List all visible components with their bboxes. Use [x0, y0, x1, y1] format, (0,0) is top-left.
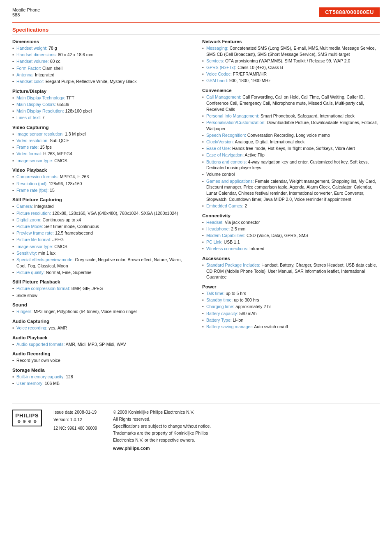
list-item: Frame rate (fps): 15	[12, 187, 190, 193]
item-value: Infrared	[249, 246, 264, 251]
item-value: CSD (Voice, Data), GPRS, SMS	[247, 233, 308, 238]
item-value: Integrated	[35, 72, 54, 77]
item-value: BMP, GIF, JPEG	[71, 286, 103, 291]
logo-text: PHILIPS	[15, 412, 39, 419]
section-list: Handset weight: 78 gHandset dimensions: …	[12, 45, 190, 85]
section-title: Still Picture Capturing	[12, 197, 190, 202]
section-video-playback: Video PlaybackCompression formats: MPEG4…	[12, 168, 190, 193]
website: www.philips.com	[113, 446, 380, 451]
list-item: Handset dimensions: 80 x 42 x 18.6 mm	[12, 52, 190, 58]
section-sound: SoundRingers: MP3 ringer, Polyphonic (64…	[12, 302, 190, 315]
section-list: Main Display Technology: TFTMain Display…	[12, 95, 190, 121]
item-label: Handset dimensions:	[16, 52, 58, 57]
item-label: Speech Recognition:	[206, 133, 247, 138]
copyright: © 2008 Koninklijke Philips Electronics N…	[113, 410, 380, 415]
trademark: Trademarks are the property of Koninklij…	[113, 431, 380, 435]
item-label: User memory:	[16, 381, 45, 386]
section-list: Compression formats: MPEG4, H.263Resolut…	[12, 174, 190, 193]
list-item: Charging time: approximately 2 hr	[202, 304, 380, 310]
list-item: Main Display Technology: TFT	[12, 95, 190, 101]
spec-notice: Specifications are subject to change wit…	[113, 424, 380, 428]
section-title: Network Features	[202, 39, 380, 44]
list-item: Speech Recognition: Conversation Recordi…	[202, 132, 380, 138]
item-value: 900, 1800, 1900 MHz	[229, 78, 270, 83]
item-value: Smart Phonebook, Safeguard, Internationa…	[261, 113, 355, 118]
item-label: Personal Info Management:	[206, 113, 261, 118]
item-label: Headphone:	[206, 226, 231, 231]
list-item: Voice Codec: FR/EFR/AMR/HR	[202, 71, 380, 77]
footer-dates: Issue date 2008-01-19 Version: 1.0.12 12…	[53, 410, 107, 453]
list-item: Clock/Version: Analogue, Digital, Intern…	[202, 139, 380, 145]
item-value: Volume control	[206, 172, 235, 177]
section-title: Video Capturing	[12, 125, 190, 130]
item-label: Standby time:	[206, 297, 234, 302]
item-label: Ease of Navigation:	[206, 152, 244, 157]
footer-legal: © 2008 Koninklijke Philips Electronics N…	[113, 410, 380, 453]
item-value: 128x160 pixel	[65, 108, 92, 113]
list-item: Main Display Resolution: 128x160 pixel	[12, 108, 190, 114]
list-item: Personalisation/Customization: Downloada…	[202, 120, 380, 131]
list-item: Audio supported formats: AMR, Midi, MP3,…	[12, 341, 190, 348]
list-item: Games and applications: Female calendar,…	[202, 178, 380, 203]
section-title: Audio Capturing	[12, 319, 190, 324]
item-value: Li-ion	[233, 318, 244, 322]
item-value: 580 mAh	[240, 311, 257, 316]
list-item: Call Management: Call Forwarding, Call o…	[202, 94, 380, 112]
item-value: 7	[42, 115, 44, 120]
list-item: Video resolution: Sub-QCIF	[12, 138, 190, 144]
section-title: Accessories	[202, 256, 380, 261]
logo-stars: ⊕ ⊕ ⊕ ⊕	[17, 419, 37, 424]
item-value: 128x96, 128x160	[49, 181, 82, 186]
item-label: Picture resolution:	[16, 211, 52, 216]
item-value: CMOS	[54, 244, 67, 249]
section-list: Standard Package Includes: Handset, Batt…	[202, 262, 380, 280]
left-column: DimensionsHandset weight: 78 gHandset di…	[12, 39, 190, 391]
item-label: Ease of Use:	[206, 146, 232, 151]
philips-logo: PHILIPS ⊕ ⊕ ⊕ ⊕	[12, 410, 42, 426]
specs-content: DimensionsHandset weight: 78 gHandset di…	[12, 39, 380, 391]
section-title: Sound	[12, 302, 190, 307]
item-label: Handset weight:	[16, 46, 48, 51]
item-value: 65536	[57, 102, 69, 107]
item-label: Games and applications:	[206, 179, 255, 184]
item-label: Built-in memory capacity:	[16, 374, 66, 379]
section-title: Connectivity	[202, 213, 380, 218]
list-item: Picture quality: Normal, Fine, Superfine	[12, 269, 190, 276]
section-title: Still Picture Playback	[12, 279, 190, 284]
product-line: Mobile Phone	[12, 7, 40, 12]
list-item: Image sensor type: CMOS	[12, 244, 190, 250]
list-item: Picture file format: JPEG	[12, 237, 190, 243]
list-item: Handset weight: 78 g	[12, 45, 190, 51]
item-value: MP3 ringer, Polyphonic (64 tones), Voice…	[34, 309, 137, 314]
section-list: Messaging: Concatenated SMS (Long SMS), …	[202, 45, 380, 84]
list-item: Ease of Use: Hands free mode, Hot Keys, …	[202, 145, 380, 152]
section-convenience: ConvenienceCall Management: Call Forward…	[202, 88, 380, 209]
list-item: Ease of Navigation: Active Flip	[202, 152, 380, 158]
section-list: Voice recording: yes, AMR	[12, 325, 190, 331]
item-value: 106 MB	[45, 381, 60, 386]
right-column: Network FeaturesMessaging: Concatenated …	[202, 39, 380, 391]
item-label: Clock/Version:	[206, 139, 235, 144]
spec-title: Specifications	[12, 27, 380, 35]
footer: PHILIPS ⊕ ⊕ ⊕ ⊕ Issue date 2008-01-19 Ve…	[12, 403, 380, 453]
list-item: Ringers: MP3 ringer, Polyphonic (64 tone…	[12, 309, 190, 315]
list-item: Battery capacity: 580 mAh	[202, 311, 380, 317]
item-label: Antenna:	[16, 72, 35, 77]
item-value: 60 cc	[50, 59, 60, 64]
item-value: Integrated	[34, 204, 53, 209]
item-label: Charging time:	[206, 304, 235, 309]
section-network-features: Network FeaturesMessaging: Concatenated …	[202, 39, 380, 84]
section-list: Record your own voice	[12, 357, 190, 364]
section-still-picture-capturing: Still Picture CapturingCamera: Integrate…	[12, 197, 190, 275]
list-item: Handset color: Elegant Purple, Reflectiv…	[12, 78, 190, 85]
list-item: Embedded Games: 2	[202, 203, 380, 209]
section-title: Convenience	[202, 88, 380, 93]
item-value: Auto switch on/off	[254, 324, 288, 329]
item-value: H.263, MPEG4	[43, 151, 72, 156]
footer-info: Issue date 2008-01-19 Version: 1.0.12 12…	[53, 410, 380, 453]
list-item: Special effects preview mode: Grey scale…	[12, 257, 190, 269]
list-item: Standard Package Includes: Handset, Batt…	[202, 262, 380, 280]
item-value: up to 5 hrs	[226, 291, 246, 296]
item-value: 1.3 M pixel	[65, 131, 86, 136]
rights: All Rights reserved.	[113, 417, 380, 421]
